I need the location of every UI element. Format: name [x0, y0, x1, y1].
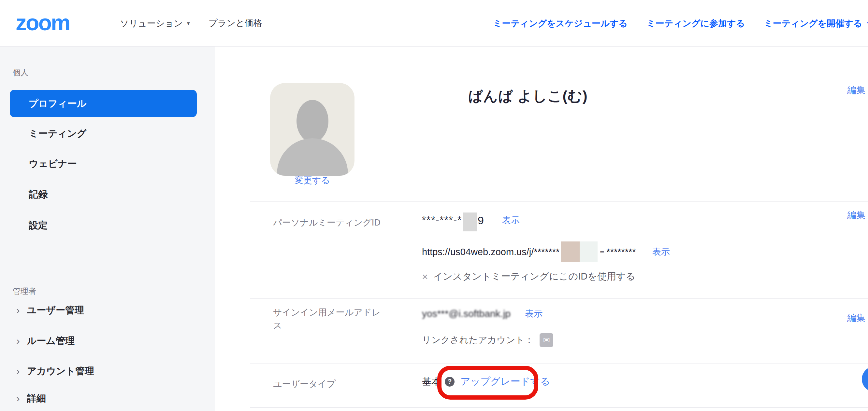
help-icon[interactable]: ? — [445, 377, 455, 386]
nav-solutions[interactable]: ソリューション▼ — [120, 0, 191, 46]
chevron-right-icon: › — [16, 334, 20, 347]
redaction-artifact: ＝ — [598, 247, 606, 256]
zoom-profile-page: zoom ソリューション▼ プランと価格 ミーティングをスケジュールする ミーテ… — [0, 0, 868, 411]
sidebar-heading-admin: 管理者 — [13, 286, 36, 296]
user-type-value: 基本 — [422, 375, 441, 388]
pmi-url-line: https://us04web.zoom.us/j/******* ＝ ****… — [422, 241, 670, 262]
sidebar-heading-personal: 個人 — [13, 68, 28, 77]
sidebar: 個人 プロフィール ミーティング ウェビナー 記録 設定 管理者 ›ユーザー管理… — [0, 46, 215, 411]
pmi-masked-value: ***-***-* — [422, 214, 462, 226]
help-fab-button[interactable] — [862, 367, 868, 392]
redaction-box — [580, 241, 597, 262]
show-pmi-url-link[interactable]: 表示 — [652, 246, 670, 258]
avatar-head-shape — [297, 100, 329, 142]
avatar[interactable] — [270, 83, 354, 176]
pmi-instant-option-text: インスタントミーティングにこのIDを使用する — [433, 270, 636, 283]
show-email-link[interactable]: 表示 — [525, 308, 542, 319]
linked-accounts-label: リンクされたアカウント： — [422, 334, 534, 346]
user-type-label: ユーザータイプ — [273, 377, 336, 390]
sidebar-item-webinars[interactable]: ウェビナー — [29, 157, 77, 170]
avatar-body-shape — [277, 138, 348, 176]
sidebar-item-profile[interactable]: プロフィール — [10, 90, 197, 117]
divider — [250, 299, 868, 299]
chevron-right-icon: › — [16, 304, 20, 317]
zoom-logo[interactable]: zoom — [16, 10, 70, 35]
sidebar-item-recordings[interactable]: 記録 — [29, 188, 48, 201]
sidebar-item-user-management[interactable]: ›ユーザー管理 — [16, 304, 84, 317]
nav-plans-pricing[interactable]: プランと価格 — [209, 0, 262, 46]
redaction-box — [463, 212, 477, 231]
pmi-label: パーソナルミーティングID — [273, 216, 380, 229]
sidebar-item-settings[interactable]: 設定 — [29, 219, 48, 232]
divider — [250, 201, 868, 202]
profile-name: ばんば よしこ(む) — [468, 87, 588, 106]
email-label: サインイン用メールアドレス — [273, 306, 385, 332]
pmi-instant-option: × インスタントミーティングにこのIDを使用する — [422, 270, 636, 283]
edit-pmi-link[interactable]: 編集 — [847, 209, 865, 221]
user-type-value-line: 基本 ? アップグレードする — [422, 375, 550, 388]
edit-email-link[interactable]: 編集 — [847, 312, 865, 324]
pmi-url-masked: https://us04web.zoom.us/j/******* — [422, 247, 559, 258]
show-pmi-link[interactable]: 表示 — [502, 214, 520, 226]
caret-down-icon: ▼ — [866, 21, 868, 26]
sidebar-item-advanced[interactable]: ›詳細 — [16, 392, 46, 405]
edit-name-link[interactable]: 編集 — [847, 84, 865, 96]
caret-down-icon: ▼ — [186, 21, 191, 26]
email-value-line: yos***@i.softbank.jp 表示 — [422, 308, 542, 319]
divider — [250, 407, 868, 408]
pmi-url-masked-tail: ******** — [607, 247, 636, 258]
change-avatar-link[interactable]: 変更する — [270, 174, 354, 186]
header-actions: ミーティングをスケジュールする ミーティングに参加する ミーティングを開催する▼ — [493, 0, 868, 46]
schedule-meeting-link[interactable]: ミーティングをスケジュールする — [493, 18, 627, 29]
pmi-last-digit: 9 — [478, 214, 484, 227]
redaction-box — [561, 241, 580, 262]
chevron-right-icon: › — [16, 392, 20, 405]
upgrade-link[interactable]: アップグレードする — [460, 375, 550, 388]
sidebar-item-meetings[interactable]: ミーティング — [29, 127, 86, 140]
chevron-right-icon: › — [16, 365, 20, 377]
sidebar-item-account-management[interactable]: ›アカウント管理 — [16, 365, 94, 377]
pmi-value-line: ***-***-* 9 表示 — [422, 211, 520, 230]
sidebar-item-room-management[interactable]: ›ルーム管理 — [16, 334, 74, 347]
top-navigation-bar: zoom ソリューション▼ プランと価格 ミーティングをスケジュールする ミーテ… — [0, 0, 868, 46]
close-icon: × — [422, 271, 428, 283]
linked-accounts-line: リンクされたアカウント： ✉ — [422, 333, 553, 347]
email-masked-value: yos***@i.softbank.jp — [422, 308, 510, 319]
host-meeting-link[interactable]: ミーティングを開催する▼ — [764, 18, 868, 29]
divider — [250, 364, 868, 364]
email-account-icon[interactable]: ✉ — [539, 333, 553, 347]
envelope-icon: ✉ — [543, 336, 550, 345]
join-meeting-link[interactable]: ミーティングに参加する — [646, 18, 745, 29]
